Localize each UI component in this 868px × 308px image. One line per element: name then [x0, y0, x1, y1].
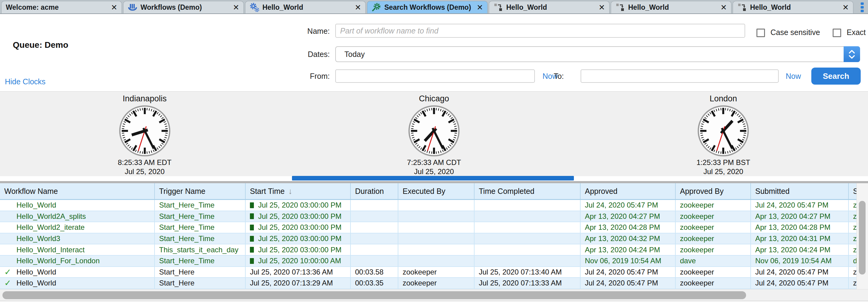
- cell-text: This_starts_it_each_day: [159, 246, 238, 254]
- panel-splitter-handle[interactable]: [292, 176, 574, 180]
- column-header-name[interactable]: Workflow Name: [0, 183, 155, 199]
- cell-text: Apr 13, 2020 04:28 PM: [585, 223, 660, 232]
- to-now-link[interactable]: Now: [786, 72, 801, 81]
- cell-duration: 00:03.35: [351, 278, 398, 288]
- dates-label: Dates:: [269, 50, 330, 59]
- close-icon[interactable]: ✕: [477, 3, 483, 12]
- cell-text: Start_Here_Time: [159, 212, 215, 221]
- horizontal-scrollbar[interactable]: [0, 289, 868, 301]
- tab-workflows-demo[interactable]: Workflows (Demo) ✕: [123, 1, 244, 13]
- cell-text: zookeeper: [680, 212, 714, 221]
- cell-time_completed: [474, 233, 581, 244]
- cell-text: Jul 24, 2020 05:47 PM: [585, 268, 658, 276]
- column-header-approved[interactable]: Approved: [581, 183, 676, 199]
- column-header-label: Start Time: [250, 187, 285, 196]
- gears-icon: [250, 2, 259, 12]
- tab-hello-world-1[interactable]: Hello_World ✕: [245, 1, 366, 13]
- cell-executed_by: [398, 200, 474, 211]
- cell-trigger: Start_Here_Time: [155, 222, 246, 233]
- cell-text: 00:03.58: [355, 268, 383, 276]
- clock-city-label: Chicago: [419, 94, 449, 103]
- cell-duration: [351, 211, 398, 222]
- cell-executed_by: [398, 222, 474, 233]
- name-input[interactable]: [335, 24, 745, 38]
- tab-hello-world-4[interactable]: Hello_World ✕: [733, 1, 854, 13]
- cell-time_completed: [474, 244, 581, 255]
- column-header-time_completed[interactable]: Time Completed: [474, 183, 581, 199]
- column-header-start[interactable]: Start Time↓: [246, 183, 351, 199]
- cell-time_completed: Jul 25, 2020 07:13:33 AM: [474, 278, 581, 288]
- vertical-scrollbar-thumb[interactable]: [859, 201, 866, 275]
- close-icon[interactable]: ✕: [720, 3, 727, 12]
- scheduled-square-icon: [250, 225, 254, 230]
- close-icon[interactable]: ✕: [111, 3, 117, 12]
- cell-text: Jul 25, 2020 10:00:00 AM: [258, 256, 341, 265]
- cell-text: Apr 13, 2020 04:28 PM: [755, 223, 831, 232]
- exact-checkbox[interactable]: [833, 29, 841, 37]
- table-row[interactable]: Hello_World_For_LondonStart_Here_TimeJul…: [0, 255, 868, 267]
- check-icon: ✓: [4, 267, 11, 277]
- trigger-icon: [737, 2, 747, 12]
- close-icon[interactable]: ✕: [598, 3, 605, 12]
- column-header-label: Workflow Name: [4, 187, 58, 196]
- table-row[interactable]: Hello_WorldStart_Here_TimeJul 25, 2020 0…: [0, 200, 868, 211]
- table-row[interactable]: ✓Hello_WorldStart_HereJul 25, 2020 07:13…: [0, 278, 868, 289]
- cell-text: Jul 25, 2020 07:13:36 AM: [250, 268, 333, 276]
- cell-name: Hello_World_For_London: [0, 255, 155, 266]
- table-row[interactable]: ✓Hello_WorldStart_HereJul 25, 2020 07:13…: [0, 267, 868, 278]
- dates-select[interactable]: Today: [335, 46, 860, 62]
- case-sensitive-checkbox[interactable]: [756, 29, 765, 37]
- cell-text: Hello_World2_iterate: [17, 223, 85, 232]
- analog-clock: [408, 105, 460, 157]
- cell-name: Hello_World_Interact: [0, 244, 155, 255]
- panel-splitter[interactable]: [0, 181, 868, 183]
- cell-submitted: Apr 13, 2020 04:27 PM: [751, 211, 849, 222]
- hide-clocks-link[interactable]: Hide Clocks: [5, 77, 45, 86]
- cell-submitted: Jul 24, 2020 05:47 PM: [751, 267, 849, 278]
- cell-text: zookeeper: [680, 201, 714, 209]
- analog-clock: [697, 105, 749, 157]
- clock-date-label: Jul 25, 2020: [704, 167, 743, 176]
- column-header-submitted[interactable]: Submitted: [751, 183, 849, 199]
- to-input[interactable]: [581, 69, 779, 83]
- cell-approved: Jul 24, 2020 05:47 PM: [581, 267, 676, 278]
- app-window: Welcome: acme ✕ Workflows (Demo) ✕ Hello…: [0, 0, 868, 308]
- cell-start: Jul 25, 2020 03:00:00 PM: [246, 233, 351, 244]
- tab-bar: Welcome: acme ✕ Workflows (Demo) ✕ Hello…: [0, 0, 868, 14]
- from-input[interactable]: [335, 69, 535, 83]
- column-header-duration[interactable]: Duration: [351, 183, 398, 199]
- column-header-approved_by[interactable]: Approved By: [676, 183, 751, 199]
- cell-submitted: Jul 24, 2020 05:47 PM: [751, 200, 849, 211]
- cell-approved_by: zookeeper: [676, 233, 751, 244]
- column-header-executed_by[interactable]: Executed By: [398, 183, 474, 199]
- cell-executed_by: zookeeper: [398, 267, 474, 278]
- column-header-trigger[interactable]: Trigger Name: [155, 183, 246, 199]
- tab-hello-world-2[interactable]: Hello_World ✕: [489, 1, 610, 13]
- cell-executed_by: zookeeper: [398, 278, 474, 288]
- table-row[interactable]: Hello_World3Start_Here_TimeJul 25, 2020 …: [0, 233, 868, 245]
- tab-label: Welcome: acme: [6, 3, 108, 11]
- cell-text: Hello_World2A_splits: [17, 212, 86, 221]
- cell-approved_by: zookeeper: [676, 200, 751, 211]
- search-workflows-icon: [372, 2, 381, 12]
- table-row[interactable]: Hello_World_InteractThis_starts_it_each_…: [0, 244, 868, 255]
- cell-approved: Apr 13, 2020 04:32 PM: [581, 233, 676, 244]
- tab-welcome[interactable]: Welcome: acme ✕: [1, 1, 122, 13]
- cell-text: Start_Here_Time: [159, 234, 215, 243]
- cell-approved_by: dave: [676, 255, 751, 266]
- table-row[interactable]: Hello_World2_iterateStart_Here_TimeJul 2…: [0, 222, 868, 233]
- horizontal-scrollbar-thumb[interactable]: [2, 291, 746, 299]
- vertical-scrollbar[interactable]: [857, 183, 868, 289]
- search-button[interactable]: Search: [811, 68, 861, 84]
- cell-name: Hello_World2A_splits: [0, 211, 155, 222]
- cell-approved_by: zookeeper: [676, 211, 751, 222]
- column-header-label: Duration: [355, 187, 384, 196]
- close-icon[interactable]: ✕: [842, 3, 849, 12]
- tab-overflow-menu-icon[interactable]: [858, 1, 867, 13]
- close-icon[interactable]: ✕: [355, 3, 361, 12]
- tab-hello-world-3[interactable]: Hello_World ✕: [611, 1, 732, 13]
- close-icon[interactable]: ✕: [233, 3, 239, 12]
- tab-search-workflows[interactable]: Search Workflows (Demo) ✕: [367, 1, 488, 13]
- completed-check-icon: ✓: [4, 267, 17, 277]
- table-row[interactable]: Hello_World2A_splitsStart_Here_TimeJul 2…: [0, 211, 868, 223]
